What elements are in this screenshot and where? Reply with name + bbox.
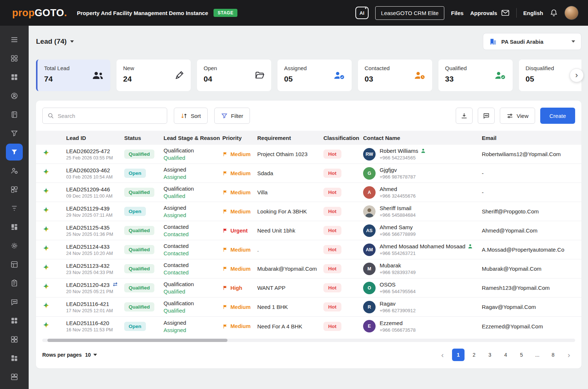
lead-stage: Assigned — [164, 166, 219, 173]
sidebar-item-inventory[interactable] — [0, 311, 29, 330]
contact-avatar: M — [363, 263, 376, 275]
sidebar-item-boards[interactable] — [0, 217, 29, 236]
app-logo[interactable]: propGOTO. — [12, 7, 67, 19]
sidebar-item-more[interactable] — [0, 367, 29, 386]
table-row[interactable]: LEAD260225-47225 Feb 2026 03:55 PM Quali… — [36, 145, 581, 164]
files-link[interactable]: Files — [451, 10, 463, 16]
pagination-page-2[interactable]: 2 — [468, 349, 480, 361]
stat-card-contacted[interactable]: Contacted03 — [358, 60, 432, 91]
create-button[interactable]: Create — [540, 108, 575, 124]
search-box[interactable] — [42, 108, 167, 124]
pagination-next-button[interactable]: › — [563, 349, 575, 361]
sidebar-item-settings[interactable] — [0, 236, 29, 255]
stat-card-new[interactable]: New24 — [116, 60, 191, 91]
stats-scroll-next-button[interactable]: › — [570, 68, 584, 82]
priority-cell: Urgent — [222, 228, 254, 234]
pagination-ellipsis[interactable]: ... — [531, 349, 544, 361]
stat-label: Open — [204, 65, 217, 71]
property-selector[interactable]: PA Saudi Arabia — [483, 33, 581, 50]
lead-id-link[interactable]: LEAD251129-439 — [66, 205, 110, 212]
stat-card-open[interactable]: Open04 — [197, 60, 271, 91]
table-row[interactable]: LEAD251129-43929 Nov 2025 07:11 AM Open … — [36, 202, 581, 221]
contact-phone: +966 324455676 — [380, 193, 416, 199]
lead-id-link[interactable]: LEAD260203-462 — [66, 167, 110, 173]
lead-id-link[interactable]: LEAD251123-432 — [66, 263, 110, 269]
lead-id-link[interactable]: LEAD251124-433 — [66, 244, 110, 250]
contact-avatar: RW — [363, 148, 376, 161]
table-row[interactable]: LEAD251120-42320 Nov 2025 05:21 PM Quali… — [36, 278, 581, 298]
sort-button[interactable]: Sort — [174, 108, 208, 124]
notifications-bell-icon[interactable] — [550, 9, 558, 17]
crm-elite-button[interactable]: LeaseGOTO CRM Elite — [375, 6, 444, 20]
sidebar-item-ledger[interactable] — [0, 105, 29, 124]
comments-button[interactable] — [478, 108, 495, 124]
stat-card-total-lead[interactable]: Total Lead74 — [36, 60, 110, 91]
contact-phone: +966 542234565 — [380, 155, 426, 161]
lead-id-link[interactable]: LEAD251116-421 — [66, 301, 109, 307]
sidebar — [0, 26, 29, 389]
table-row[interactable]: LEAD251123-43223 Nov 2025 04:33 PM Quali… — [36, 259, 581, 278]
stat-card-qualified[interactable]: Qualified33 — [438, 60, 513, 91]
view-button[interactable]: View — [500, 108, 535, 124]
requirement-cell: Mubarak@Yopmail.Com — [257, 266, 323, 272]
sidebar-item-reports[interactable] — [0, 274, 29, 292]
lead-id-link[interactable]: LEAD251120-423 — [66, 282, 110, 288]
lead-id-link[interactable]: LEAD251125-435 — [66, 224, 110, 231]
status-badge: Open — [124, 322, 146, 331]
search-input[interactable] — [58, 113, 162, 119]
lead-stage: Qualification — [164, 281, 219, 287]
lead-id-link[interactable]: LEAD251209-446 — [66, 186, 110, 192]
approvals-link[interactable]: Approvals — [470, 10, 497, 16]
sidebar-item-workspace[interactable] — [0, 255, 29, 274]
horizontal-scrollbar-track[interactable] — [42, 339, 575, 342]
download-button[interactable] — [456, 108, 473, 124]
sidebar-item-operations[interactable] — [0, 161, 29, 180]
lead-id-link[interactable]: LEAD260225-472 — [66, 148, 110, 154]
contact-photo-avatar — [363, 205, 376, 218]
user-avatar[interactable] — [564, 6, 578, 20]
sidebar-item-modules[interactable] — [0, 68, 29, 86]
table-footer: Rows per pages 10 ‹ 1 2 3 4 5 ... 8 › — [36, 342, 581, 368]
active-item-highlight — [6, 144, 23, 161]
table-row[interactable]: LEAD251209-44609 Dec 2025 11:00 AM Quali… — [36, 183, 581, 202]
table-row[interactable]: LEAD251116-42117 Nov 2025 12:01 AM Quali… — [36, 298, 581, 317]
pagination-prev-button[interactable]: ‹ — [436, 349, 449, 361]
table-toolbar: Sort Filter View — [36, 101, 581, 131]
page-title-dropdown[interactable]: Lead (74) — [36, 37, 74, 46]
mail-icon[interactable] — [501, 8, 510, 17]
ai-assistant-button[interactable]: AI — [355, 7, 369, 19]
sidebar-item-pipeline[interactable] — [0, 124, 29, 143]
table-row[interactable]: LEAD260203-46203 Feb 2026 10:54 AM Open … — [36, 164, 581, 183]
sidebar-item-chat[interactable] — [0, 292, 29, 311]
email-cell: Ragav@Yopmail.Com — [482, 304, 581, 310]
sidebar-item-apps[interactable] — [0, 180, 29, 199]
menu-toggle-button[interactable] — [0, 30, 29, 49]
pagination-page-8[interactable]: 8 — [547, 349, 559, 361]
lead-id-link[interactable]: LEAD251116-420 — [66, 320, 109, 326]
rows-per-page-select[interactable]: 10 — [85, 352, 97, 358]
pagination-page-3[interactable]: 3 — [484, 349, 496, 361]
pagination-page-4[interactable]: 4 — [499, 349, 512, 361]
contact-phone: +966 928393749 — [380, 270, 416, 275]
horizontal-scrollbar-thumb[interactable] — [47, 339, 227, 342]
sidebar-item-facility[interactable] — [0, 349, 29, 367]
sidebar-item-dashboard[interactable] — [0, 49, 29, 68]
table-row[interactable]: LEAD251125-43525 Nov 2025 01:36 PM Quali… — [36, 221, 581, 240]
requirement-cell: Need 1 BHK — [257, 304, 323, 310]
filter-button[interactable]: Filter — [214, 108, 250, 124]
chevron-down-icon — [571, 40, 575, 43]
classification-badge: Hot — [323, 322, 341, 331]
language-selector[interactable]: English — [523, 10, 543, 16]
sidebar-item-assets[interactable] — [0, 330, 29, 349]
flag-icon — [222, 324, 228, 329]
table-row[interactable]: LEAD251116-42016 Nov 2025 11:53 PM Open … — [36, 317, 581, 336]
sidebar-item-filters[interactable] — [0, 199, 29, 217]
status-badge: Qualified — [124, 150, 154, 159]
requirement-cell: Sdada — [257, 170, 323, 176]
pagination-page-5[interactable]: 5 — [515, 349, 528, 361]
table-row[interactable]: LEAD251124-43324 Nov 2025 10:20 AM Quali… — [36, 240, 581, 259]
stat-card-assigned[interactable]: Assigned05 — [277, 60, 352, 91]
sidebar-item-leads-active[interactable] — [0, 143, 29, 161]
pagination-page-1[interactable]: 1 — [452, 349, 465, 361]
sidebar-item-contacts[interactable] — [0, 86, 29, 105]
